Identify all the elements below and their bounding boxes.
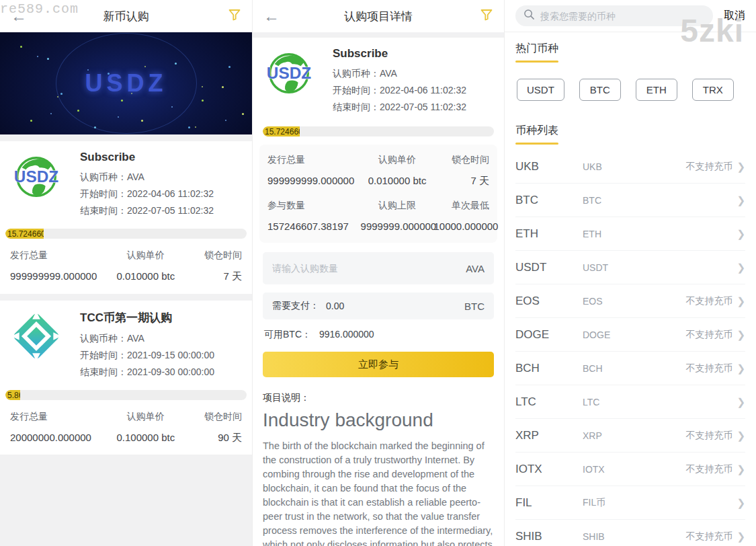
coin-name: DOGE	[583, 329, 685, 340]
coin-list-item[interactable]: BTC BTC ❯	[515, 184, 745, 217]
coin-deposit-note: 不支持充币	[685, 430, 732, 442]
stat-value: 7 天	[184, 270, 242, 283]
hot-coin-chip[interactable]: ETH	[636, 79, 677, 101]
left-appbar: ← 新币认购	[0, 0, 252, 32]
coin-search-input[interactable]	[540, 11, 705, 22]
coin-name: BCH	[583, 363, 685, 374]
chevron-right-icon: ❯	[737, 362, 745, 375]
coin-name: LTC	[583, 397, 732, 407]
back-arrow-icon[interactable]: ←	[263, 8, 280, 24]
background-fill	[0, 455, 252, 546]
coin-symbol: EOS	[515, 295, 583, 308]
divider	[253, 32, 504, 38]
panel-new-coin-subscription: ← 新币认购 USDZ USDZ	[0, 0, 252, 546]
coin-list-item[interactable]: ETH ETH ❯	[515, 217, 745, 251]
hot-coin-label: ETH	[646, 84, 667, 95]
end-label: 结束时间：	[80, 366, 127, 377]
pay-unit-label: BTC	[464, 301, 485, 312]
join-now-button[interactable]: 立即参与	[263, 352, 494, 377]
coin-deposit-note: 不支持充币	[685, 362, 732, 375]
coin-symbol: ETH	[515, 227, 583, 241]
hot-coin-label: BTC	[590, 84, 610, 95]
end-label: 结束时间：	[80, 205, 127, 216]
stat-value: 10000.000000	[433, 221, 489, 232]
stat-header: 锁仓时间	[433, 154, 489, 166]
coin-list-item[interactable]: BCH BCH 不支持充币 ❯	[515, 352, 745, 385]
coin-list-item[interactable]: SHIB SHIB 不支持充币 ❯	[515, 520, 745, 546]
coin-value: AVA	[380, 68, 397, 79]
banner-usdz-text: USDZ	[85, 69, 167, 98]
stat-header: 发行总量	[267, 154, 361, 166]
hot-coin-chip[interactable]: TRX	[692, 79, 734, 101]
divider	[0, 134, 252, 141]
subscription-card-usdz[interactable]: USDZ Subscribe 认购币种：AVA 开始时间：2022-04-06 …	[0, 141, 252, 294]
coin-list-item[interactable]: DOGE DOGE 不支持充币 ❯	[515, 318, 745, 352]
chevron-right-icon: ❯	[737, 396, 745, 408]
subscribe-amount-input[interactable]	[272, 263, 466, 274]
card-title: TCC币第一期认购	[80, 310, 242, 325]
progress-bar: 15.724660	[263, 126, 494, 136]
available-value: 9916.000000	[319, 329, 374, 340]
search-bar: 取消	[505, 0, 756, 32]
coin-value: AVA	[127, 171, 144, 182]
coin-symbol: SHIB	[515, 530, 583, 543]
stat-header: 锁仓时间	[184, 249, 242, 262]
stat-value: 20000000.000000	[10, 432, 108, 443]
detail-card: USDZ Subscribe 认购币种：AVA 开始时间：2022-04-06 …	[253, 38, 504, 546]
hot-coin-label: USDT	[527, 84, 554, 95]
chevron-right-icon: ❯	[737, 497, 745, 509]
coin-deposit-note: 不支持充币	[685, 531, 732, 543]
coin-name: BTC	[583, 195, 732, 206]
yellow-underline	[515, 61, 558, 63]
usdz-banner-image: USDZ	[0, 32, 252, 134]
coin-list: UKB UKB 不支持充币 ❯ BTC BTC ❯ ETH ETH ❯ USDT…	[515, 150, 745, 546]
svg-text:USDZ: USDZ	[14, 167, 58, 186]
progress-value: 5.86	[5, 391, 20, 400]
cancel-button[interactable]: 取消	[724, 9, 745, 23]
coin-deposit-note: 不支持充币	[685, 463, 732, 475]
hot-coin-chip[interactable]: USDT	[517, 79, 564, 101]
pay-value: 0.00	[326, 301, 464, 311]
coin-symbol: IOTX	[515, 463, 583, 476]
coin-list-heading: 币种列表	[515, 124, 558, 145]
end-value: 2022-07-05 11:02:32	[127, 205, 214, 216]
stat-header: 认购单价	[108, 411, 184, 423]
coin-name: ETH	[583, 229, 732, 239]
subscription-card-tcc[interactable]: TCC币第一期认购 认购币种：AVA 开始时间：2021-09-15 00:00…	[0, 301, 252, 455]
coin-symbol: BCH	[515, 362, 583, 375]
stat-header: 发行总量	[10, 249, 108, 262]
left-page-title: 新币认购	[0, 9, 252, 24]
start-value: 2021-09-15 00:00:00	[127, 350, 214, 360]
hot-coin-label: TRX	[703, 84, 723, 95]
filter-funnel-icon[interactable]	[228, 8, 241, 24]
stat-header: 认购上限	[361, 200, 434, 212]
pay-amount-row: 需要支付： 0.00 BTC	[263, 292, 494, 319]
coin-name: USDT	[583, 262, 732, 273]
coin-symbol: LTC	[515, 395, 583, 409]
coin-list-item[interactable]: USDT USDT ❯	[515, 251, 745, 284]
progress-bar: 15.724660	[5, 229, 247, 239]
back-arrow-icon[interactable]: ←	[11, 8, 27, 24]
end-value: 2021-09-30 00:00:00	[127, 366, 214, 377]
end-value: 2022-07-05 11:02:32	[380, 102, 466, 112]
amount-unit-label: AVA	[466, 263, 485, 274]
project-description: 项目说明： Industry background The birth of t…	[263, 392, 494, 546]
progress-value: 15.724660	[263, 127, 300, 136]
stat-header: 认购单价	[361, 154, 434, 166]
coin-list-item[interactable]: IOTX IOTX 不支持充币 ❯	[515, 453, 745, 486]
hot-coins-heading: 热门币种	[515, 42, 558, 63]
coin-list-item[interactable]: EOS EOS 不支持充币 ❯	[515, 284, 745, 318]
stat-value: 999999999.000000	[267, 175, 361, 186]
chevron-right-icon: ❯	[737, 295, 745, 307]
chevron-right-icon: ❯	[737, 228, 745, 240]
coin-list-item[interactable]: UKB UKB 不支持充币 ❯	[515, 150, 745, 184]
hot-coin-chip[interactable]: BTC	[579, 79, 621, 101]
coin-list-item[interactable]: LTC LTC ❯	[515, 385, 745, 419]
detail-stats-panel: 发行总量999999999.000000 认购单价0.010000 btc 锁仓…	[259, 145, 497, 243]
available-balance-row: 可用BTC： 9916.000000	[263, 329, 494, 341]
filter-funnel-icon[interactable]	[480, 8, 493, 24]
stat-header: 锁仓时间	[184, 411, 242, 423]
coin-list-item[interactable]: XRP XRP 不支持充币 ❯	[515, 419, 745, 453]
stat-header: 发行总量	[10, 411, 108, 423]
coin-list-item[interactable]: FIL FIL币 ❯	[515, 486, 745, 520]
